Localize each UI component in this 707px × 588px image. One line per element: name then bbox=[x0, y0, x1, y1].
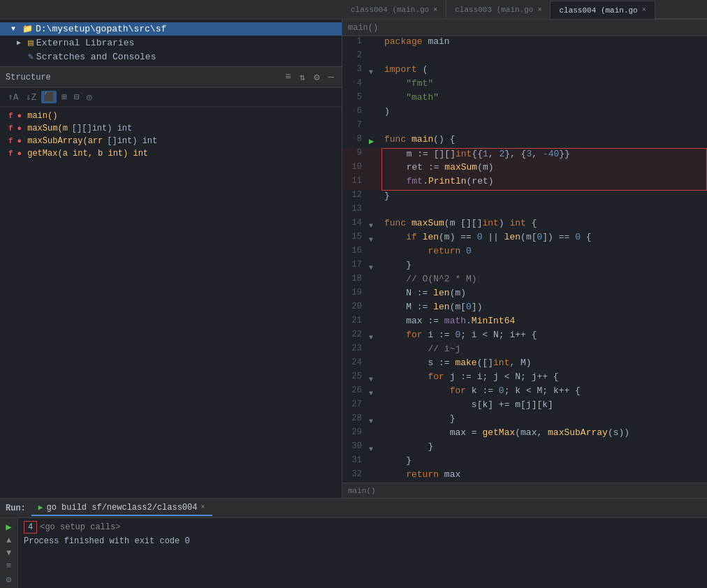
structure-sort-icon[interactable]: ⇅ bbox=[298, 71, 307, 84]
fold-arrow-3[interactable]: ▼ bbox=[369, 68, 373, 76]
struct-expand-icon[interactable]: ⊞ bbox=[59, 91, 69, 103]
gutter-19 bbox=[367, 288, 381, 302]
struct-item-maxsubarray[interactable]: f ● maxSubArray(arr []int) int bbox=[0, 135, 342, 147]
editor-tabs: class004 (main.go × class003 (main.go × … bbox=[0, 0, 707, 20]
scroll-up-button[interactable]: ▲ bbox=[6, 536, 11, 545]
structure-list: f ● main() f ● maxSum(m [][]int) int f ●… bbox=[0, 107, 342, 498]
code-row-7: 7 bbox=[342, 120, 707, 134]
tab-close-3[interactable]: × bbox=[642, 6, 646, 14]
tab-class004-2[interactable]: class004 (main.go × bbox=[551, 1, 655, 19]
code-line-19: N := len(m) bbox=[381, 288, 707, 302]
run-tab-build[interactable]: ▶ go build sf/newclass2/class004 × bbox=[31, 501, 212, 516]
tree-label-external: External Libraries bbox=[36, 38, 134, 48]
gutter-1 bbox=[367, 36, 381, 50]
code-line-15: if len(m) == 0 || len(m[0]) == 0 { bbox=[381, 232, 707, 246]
output-line-1: 4 <go setup calls> bbox=[24, 521, 701, 534]
fold-arrow-26[interactable]: ▼ bbox=[369, 390, 373, 397]
code-line-16: return 0 bbox=[381, 246, 707, 260]
code-row-17: 17 ▼ } bbox=[342, 260, 707, 274]
struct-item-maxsum[interactable]: f ● maxSum(m [][]int) int bbox=[0, 122, 342, 135]
structure-icons: ≡ ⇅ ⚙ — bbox=[283, 71, 336, 84]
gutter-8: ▶ bbox=[367, 134, 381, 148]
error-badge-getmax: f bbox=[8, 149, 13, 158]
line-num-26: 26 bbox=[342, 385, 367, 399]
code-line-11: fmt.Println(ret) bbox=[381, 176, 707, 190]
code-row-22: 22 ▼ for i := 0; i < N; i++ { bbox=[342, 330, 707, 344]
line-num-30: 30 bbox=[342, 441, 367, 455]
tab-class004-1[interactable]: class004 (main.go × bbox=[342, 1, 446, 19]
tab-label-3: class004 (main.go bbox=[559, 6, 637, 15]
gutter-12 bbox=[367, 190, 381, 204]
struct-item-main[interactable]: f ● main() bbox=[0, 110, 342, 122]
line-num-28: 28 bbox=[342, 413, 367, 427]
structure-minimize-icon[interactable]: — bbox=[326, 71, 336, 84]
code-area[interactable]: 1 package main 2 3 ▼ import ( bbox=[342, 36, 707, 483]
gutter-25: ▼ bbox=[367, 372, 381, 385]
structure-header: Structure ≡ ⇅ ⚙ — bbox=[0, 67, 342, 88]
code-row-6: 6 ) bbox=[342, 106, 707, 120]
fold-arrow-17[interactable]: ▼ bbox=[369, 264, 373, 272]
struct-collapse-icon[interactable]: ⊟ bbox=[72, 91, 82, 103]
code-row-10: 10 ret := maxSum(m) bbox=[342, 162, 707, 176]
struct-func-maxsum-sig: [][]int) int bbox=[72, 124, 132, 133]
struct-func-getmax: getMax(a int, b int) int bbox=[27, 149, 148, 159]
code-row-11: 11 fmt.Println(ret) bbox=[342, 176, 707, 190]
code-line-28: } bbox=[381, 413, 707, 427]
run-arrow-8[interactable]: ▶ bbox=[369, 137, 374, 147]
tree-item-external-libraries[interactable]: ▶ ▤ External Libraries bbox=[0, 36, 342, 50]
gutter-4 bbox=[367, 78, 381, 92]
error-badge-main: f bbox=[8, 112, 13, 120]
code-row-27: 27 s[k] += m[j][k] bbox=[342, 399, 707, 413]
structure-align-icon[interactable]: ≡ bbox=[283, 71, 293, 84]
struct-func-maxsum: maxSum(m bbox=[27, 124, 68, 133]
structure-gear-icon[interactable]: ⚙ bbox=[312, 71, 321, 84]
settings-icon[interactable]: ⚙ bbox=[6, 574, 12, 585]
gutter-14: ▼ bbox=[367, 218, 381, 232]
gutter-10 bbox=[367, 162, 381, 176]
tab-class003[interactable]: class003 (main.go × bbox=[446, 1, 551, 19]
fold-arrow-15[interactable]: ▼ bbox=[369, 236, 373, 244]
tree-item-scratches[interactable]: ✎ Scratches and Consoles bbox=[0, 50, 342, 64]
code-line-3: import ( bbox=[381, 64, 707, 78]
gutter-31 bbox=[367, 455, 381, 469]
code-row-29: 29 max = getMax(max, maxSubArray(s)) bbox=[342, 427, 707, 441]
tab-close-2[interactable]: × bbox=[537, 6, 541, 14]
fold-arrow-28[interactable]: ▼ bbox=[369, 418, 373, 425]
wrap-lines-icon[interactable]: ≡ bbox=[6, 561, 12, 571]
scroll-down-button[interactable]: ▼ bbox=[6, 548, 11, 558]
code-row-28: 28 ▼ } bbox=[342, 413, 707, 427]
breadcrumb-bar: main() bbox=[342, 20, 707, 36]
run-output-area[interactable]: 4 <go setup calls> Process finished with… bbox=[18, 518, 707, 588]
tab-close-1[interactable]: × bbox=[433, 6, 437, 14]
code-line-20: M := len(m[0]) bbox=[381, 302, 707, 316]
code-line-7 bbox=[381, 120, 707, 134]
fold-arrow-14[interactable]: ▼ bbox=[369, 222, 373, 230]
line-num-21: 21 bbox=[342, 316, 367, 330]
sort-alpha-desc-icon[interactable]: ⇓Z bbox=[24, 91, 39, 103]
tree-item-sf[interactable]: ▼ 📁 D:\mysetup\gopath\src\sf bbox=[0, 22, 342, 36]
fold-arrow-25[interactable]: ▼ bbox=[369, 376, 373, 383]
fold-arrow-22[interactable]: ▼ bbox=[369, 334, 373, 341]
gutter-3: ▼ bbox=[367, 64, 381, 78]
struct-filter-btn[interactable]: ⬛ bbox=[41, 91, 57, 103]
play-button[interactable]: ▶ bbox=[6, 521, 11, 533]
output-text: <go setup calls> bbox=[40, 522, 120, 532]
gutter-13 bbox=[367, 204, 381, 218]
sort-alpha-asc-icon[interactable]: ⇑A bbox=[6, 91, 21, 103]
code-table: 1 package main 2 3 ▼ import ( bbox=[342, 36, 707, 483]
code-row-8: 8 ▶ func main() { bbox=[342, 134, 707, 148]
gutter-6 bbox=[367, 106, 381, 120]
fold-arrow-30[interactable]: ▼ bbox=[369, 446, 373, 453]
code-line-9: m := [][]int{{1, 2}, {3, -40}} bbox=[381, 148, 707, 162]
struct-locate-icon[interactable]: ◎ bbox=[85, 91, 94, 103]
run-tab-close[interactable]: × bbox=[201, 504, 205, 511]
code-line-1: package main bbox=[381, 36, 707, 50]
line-num-6: 6 bbox=[342, 106, 367, 120]
gutter-21 bbox=[367, 316, 381, 330]
struct-item-getmax[interactable]: f ● getMax(a int, b int) int bbox=[0, 147, 342, 160]
line-num-14: 14 bbox=[342, 218, 367, 232]
code-row-16: 16 return 0 bbox=[342, 246, 707, 260]
tab-label-2: class003 (main.go bbox=[455, 6, 533, 14]
run-tabs-bar: Run: ▶ go build sf/newclass2/class004 × bbox=[0, 499, 707, 518]
status-text: Process finished with exit code 0 bbox=[24, 536, 190, 546]
